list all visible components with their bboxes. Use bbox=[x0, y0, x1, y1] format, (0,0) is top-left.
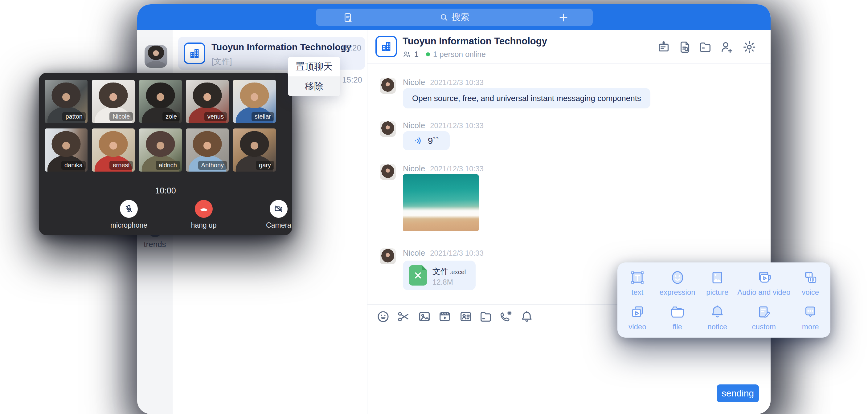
participant-name: Nicole bbox=[110, 112, 133, 121]
chat-subtitle: 1 1 person online bbox=[403, 50, 486, 59]
video-tile: Anthony bbox=[186, 128, 229, 171]
attach-item-picture[interactable]: picture bbox=[706, 269, 728, 297]
doc-search-icon[interactable] bbox=[678, 40, 692, 54]
file-message-bubble[interactable]: 文件.excel 12.8M bbox=[403, 261, 475, 290]
building-icon bbox=[188, 47, 201, 59]
video-tile: venus bbox=[186, 80, 229, 123]
file-icon bbox=[669, 304, 686, 321]
chat-title: Tuoyun Information Technology bbox=[403, 36, 547, 47]
conversation-context-menu: 置顶聊天 移除 bbox=[288, 57, 340, 96]
participant-name: venus bbox=[204, 112, 227, 121]
emoji-icon[interactable] bbox=[376, 310, 390, 324]
excel-file-icon bbox=[409, 265, 427, 286]
attach-item-file[interactable]: file bbox=[669, 304, 686, 331]
online-label: 1 person online bbox=[433, 50, 486, 59]
screenshot-icon[interactable] bbox=[396, 310, 410, 324]
attach-item-text[interactable]: text bbox=[629, 269, 646, 297]
microphone-label: microphone bbox=[98, 221, 160, 229]
folder-icon[interactable] bbox=[698, 40, 712, 54]
sender-name: Nicole bbox=[403, 121, 425, 130]
bell-icon[interactable] bbox=[520, 310, 534, 324]
search-icon bbox=[439, 12, 448, 22]
video-tile: patton bbox=[45, 80, 88, 123]
trends-label: trends bbox=[137, 240, 173, 249]
voice-icon bbox=[802, 269, 819, 286]
participant-name: zoie bbox=[162, 112, 180, 121]
message-time: 2021/12/3 10:33 bbox=[430, 78, 484, 87]
attach-item-custom[interactable]: custom bbox=[752, 304, 776, 331]
search-field[interactable]: 搜索 bbox=[316, 9, 593, 26]
chat-panel: Tuoyun Information Technology 1 1 person… bbox=[367, 30, 771, 414]
video-tile: aldrich bbox=[139, 128, 182, 171]
microphone-button[interactable] bbox=[120, 200, 138, 218]
avatar[interactable] bbox=[380, 77, 396, 94]
attach-item-voice[interactable]: voice bbox=[802, 269, 819, 297]
conversation-time: 15:20 bbox=[341, 43, 361, 53]
mic-off-icon bbox=[124, 203, 134, 214]
avatar[interactable] bbox=[380, 248, 396, 264]
hangup-label: hang up bbox=[173, 221, 235, 229]
voice-duration: 9`` bbox=[428, 135, 439, 146]
notice-icon bbox=[709, 304, 726, 321]
video-tile: stellar bbox=[233, 80, 276, 123]
conversation2-time: 15:20 bbox=[342, 75, 362, 85]
film-icon[interactable] bbox=[438, 310, 452, 324]
sender-name: Nicole bbox=[403, 248, 425, 257]
image-icon[interactable] bbox=[417, 310, 432, 324]
sender-name: Nicole bbox=[403, 164, 425, 173]
conversation-title: Tuoyun Information Technology bbox=[212, 42, 351, 52]
bulletin-icon[interactable] bbox=[656, 40, 671, 54]
audio-video-icon bbox=[755, 269, 772, 286]
custom-icon bbox=[755, 304, 772, 321]
attach-item-notice[interactable]: notice bbox=[707, 304, 727, 331]
plus-icon[interactable] bbox=[558, 12, 569, 23]
send-button[interactable]: sending bbox=[717, 384, 759, 402]
conversation-preview: [文件] bbox=[212, 56, 232, 67]
menu-item-pin[interactable]: 置顶聊天 bbox=[288, 57, 340, 76]
camera-off-icon bbox=[273, 203, 284, 214]
file-fold-corner bbox=[422, 265, 427, 270]
expression-icon bbox=[669, 269, 686, 286]
video-call-overlay: patton Nicole zoie venus stellar danika … bbox=[39, 73, 292, 235]
app-root: 搜索 trends bbox=[0, 0, 868, 414]
group-avatar bbox=[184, 42, 205, 64]
message-header: Nicole2021/12/3 10:33 bbox=[403, 248, 484, 258]
voice-message-bubble[interactable]: 9`` bbox=[403, 131, 450, 150]
message-header: Nicole2021/12/3 10:33 bbox=[403, 121, 484, 130]
hang-up-button[interactable] bbox=[195, 200, 213, 218]
avatar[interactable] bbox=[380, 164, 396, 180]
participant-name: ernest bbox=[110, 161, 133, 170]
file-ext: .excel bbox=[450, 268, 466, 276]
more-icon bbox=[802, 304, 819, 321]
camera-button[interactable] bbox=[270, 200, 287, 218]
participant-name: danika bbox=[61, 161, 86, 170]
participant-name: aldrich bbox=[156, 161, 180, 170]
video-tile: ernest bbox=[92, 128, 135, 171]
attach-item-expression[interactable]: expression bbox=[660, 269, 695, 297]
search-bar[interactable]: 搜索 bbox=[316, 9, 593, 26]
image-message-beach[interactable] bbox=[403, 174, 479, 231]
file-size: 12.8M bbox=[432, 278, 453, 286]
gear-icon[interactable] bbox=[742, 40, 756, 54]
my-avatar[interactable] bbox=[145, 45, 167, 68]
voice-wave-icon bbox=[414, 136, 424, 146]
attach-item-video[interactable]: video bbox=[628, 304, 646, 331]
avatar[interactable] bbox=[380, 121, 396, 137]
contact-card-icon[interactable] bbox=[459, 310, 473, 324]
video-call-icon[interactable] bbox=[499, 310, 513, 324]
picture-icon bbox=[709, 269, 726, 286]
hangup-icon bbox=[198, 203, 209, 214]
video-tile: Nicole bbox=[92, 80, 135, 123]
person-add-icon[interactable] bbox=[720, 40, 734, 54]
text-message-bubble[interactable]: Open source, free, and universal instant… bbox=[403, 88, 650, 108]
message-header: Nicole2021/12/3 10:33 bbox=[403, 77, 484, 87]
message-header: Nicole2021/12/3 10:33 bbox=[403, 164, 484, 173]
attach-item-more[interactable]: more bbox=[802, 304, 819, 331]
menu-item-remove[interactable]: 移除 bbox=[288, 76, 340, 96]
attach-panel: text expression picture bbox=[617, 262, 830, 338]
participant-name: Anthony bbox=[198, 161, 227, 170]
attach-item-audio-video[interactable]: Audio and video bbox=[737, 269, 790, 297]
chat-group-avatar bbox=[375, 36, 397, 57]
top-bar: 搜索 bbox=[137, 4, 771, 30]
folder-icon[interactable] bbox=[479, 310, 493, 324]
